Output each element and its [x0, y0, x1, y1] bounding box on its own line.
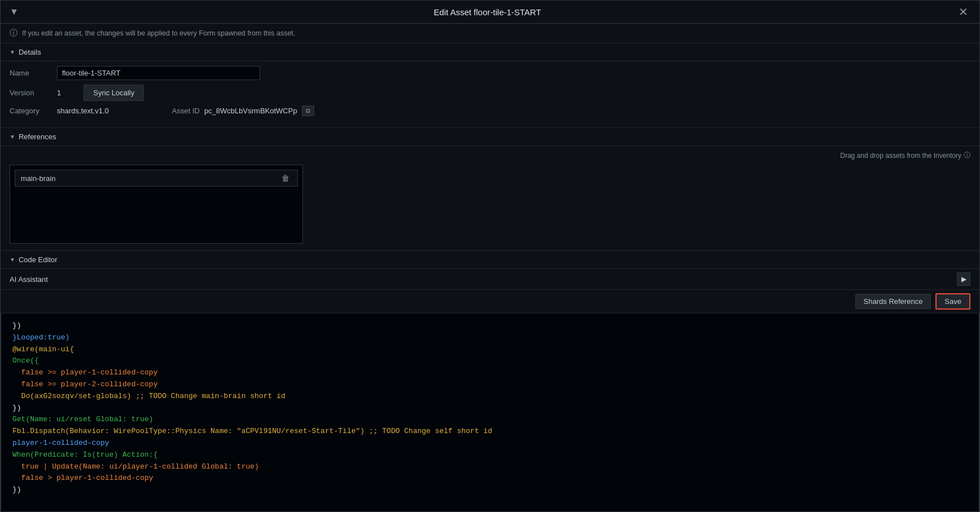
code-line: Fbl.Dispatch(Behavior: WirePoolType::Phy… [12, 426, 968, 438]
code-line: }Looped:true) [12, 332, 968, 344]
copy-asset-id-button[interactable]: ⧉ [302, 105, 314, 116]
references-section: Drag and drop assets from the Inventory … [1, 146, 979, 251]
category-assetid-row: Category shards,text,v1.0 Asset ID pc_8W… [10, 105, 970, 116]
notice-info-icon: ⓘ [10, 28, 17, 38]
details-section-header[interactable]: ▼ Details [1, 43, 979, 61]
details-chevron: ▼ [10, 49, 15, 55]
main-window: ▼ Edit Asset floor-tile-1-START ✕ ⓘ If y… [0, 0, 980, 512]
code-line: Do(axG2sozqv/set-globals) ;; TODO Change… [12, 391, 968, 403]
save-button[interactable]: Save [935, 293, 970, 310]
code-line: When(Predicate: Is(true) Action:{ [12, 449, 968, 461]
asset-id-label: Asset ID [172, 107, 200, 115]
window-title: Edit Asset floor-tile-1-START [19, 7, 956, 17]
drag-drop-info-icon: ⓘ [964, 151, 970, 160]
code-editor-section-label: Code Editor [19, 255, 58, 264]
ai-assistant-row: AI Assistant ▶ [1, 269, 979, 290]
notice-text: If you edit an asset, the changes will b… [22, 29, 295, 37]
code-editor-section-header[interactable]: ▼ Code Editor [1, 251, 979, 269]
close-button[interactable]: ✕ [956, 5, 970, 19]
version-label: Version [10, 89, 50, 97]
references-section-header[interactable]: ▼ References [1, 128, 979, 146]
references-section-label: References [19, 133, 56, 141]
name-input[interactable] [57, 66, 260, 80]
title-bar: ▼ Edit Asset floor-tile-1-START ✕ [1, 1, 979, 24]
code-line: }) [12, 403, 968, 414]
ai-assistant-expand-button[interactable]: ▶ [957, 272, 970, 286]
code-line: Get(Name: ui/reset Global: true) [12, 414, 968, 426]
menu-icon[interactable]: ▼ [10, 7, 19, 17]
shards-reference-button[interactable]: Shards Reference [855, 294, 931, 309]
sync-locally-button[interactable]: Sync Locally [84, 85, 144, 101]
asset-id-row: Asset ID pc_8WcbLbVsrmBKotWCPp ⧉ [172, 105, 314, 116]
notice-bar: ⓘ If you edit an asset, the changes will… [1, 24, 979, 43]
code-editor-area[interactable]: })}Looped:true)@wire(main-ui{Once({ fals… [1, 314, 979, 511]
reference-item: main-brain 🗑 [15, 170, 298, 187]
code-line: true | Update(Name: ui/player-1-collided… [12, 461, 968, 473]
code-line: false >= player-1-collided-copy [12, 367, 968, 379]
details-section: Name Version 1 Sync Locally Category sha… [1, 61, 979, 128]
version-value: 1 [57, 89, 61, 97]
code-line: player-1-collided-copy [12, 438, 968, 449]
reference-delete-button[interactable]: 🗑 [279, 174, 292, 183]
references-list: main-brain 🗑 [10, 165, 303, 244]
code-line: Once({ [12, 355, 968, 367]
details-section-label: Details [19, 48, 41, 56]
asset-id-value: pc_8WcbLbVsrmBKotWCPp [204, 107, 297, 115]
code-editor-chevron: ▼ [10, 257, 15, 263]
references-chevron: ▼ [10, 134, 15, 140]
code-toolbar: Shards Reference Save [1, 290, 979, 314]
version-sync-row: Version 1 Sync Locally [10, 85, 970, 101]
ai-assistant-label: AI Assistant [10, 275, 48, 284]
version-row: Version 1 [10, 89, 61, 97]
code-line: false >= player-2-collided-copy [12, 379, 968, 391]
category-value: shards,text,v1.0 [57, 107, 109, 115]
name-row: Name [10, 66, 970, 80]
category-label: Category [10, 107, 50, 115]
code-line: false > player-1-collided-copy [12, 473, 968, 484]
drag-drop-hint: Drag and drop assets from the Inventory … [840, 151, 970, 160]
references-header: Drag and drop assets from the Inventory … [10, 151, 970, 160]
name-label: Name [10, 69, 50, 77]
reference-item-name: main-brain [21, 174, 55, 183]
code-line: @wire(main-ui{ [12, 344, 968, 356]
drag-drop-text: Drag and drop assets from the Inventory [840, 152, 961, 160]
code-line: }) [12, 320, 968, 332]
code-line: }) [12, 484, 968, 496]
